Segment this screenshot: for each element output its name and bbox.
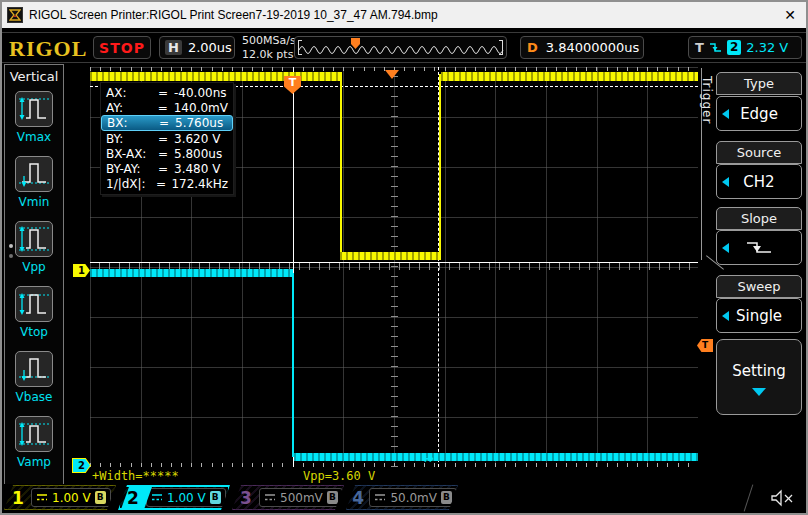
trigger-label: T — [695, 40, 704, 55]
ch1-trace-high-right — [441, 72, 698, 81]
bandwidth-limit-badge: B — [210, 491, 221, 504]
cursor-a-horizontal-line[interactable] — [90, 262, 698, 263]
ch3-scale: 500mV B — [259, 488, 343, 507]
type-value-button[interactable]: Edge — [716, 96, 802, 131]
cursor-row-bx-selected[interactable]: BX: = 5.760us — [101, 115, 233, 131]
bandwidth-limit-badge: B — [95, 491, 106, 504]
ch1-rising-edge — [439, 74, 441, 260]
ch4-scale: 50.0mV B — [369, 488, 457, 507]
horizontal-expand-icon: ↔ — [422, 450, 434, 466]
menu-item-vbase[interactable]: Vbase — [5, 351, 63, 404]
left-arrow-icon — [722, 243, 729, 253]
ch2-ground-marker[interactable]: 2 — [72, 458, 91, 473]
cursor-row-byay: BY-AY: = 3.480 V — [101, 161, 233, 176]
vbase-icon — [15, 351, 53, 387]
memory-depth: 12.0k pts — [242, 48, 296, 62]
channel-3-button[interactable]: 3 500mV B — [232, 485, 344, 510]
dc-coupling-icon — [264, 493, 276, 502]
down-arrow-icon — [752, 388, 766, 396]
menu-item-vmax[interactable]: Vmax — [5, 91, 63, 144]
vpp-measurement: Vpp=3.60 V — [303, 469, 375, 483]
delay-readout: D 3.84000000us — [520, 36, 644, 59]
channel-2-button[interactable]: 2 1.00 V B — [118, 485, 230, 510]
menu-item-vamp[interactable]: Vamp — [5, 416, 63, 469]
sound-muted-icon[interactable] — [770, 488, 798, 512]
trigger-source-badge: 2 — [727, 40, 741, 55]
channel-status-bar: 1 1.00 V B 2 1.00 V B — [2, 484, 806, 513]
source-value-button[interactable]: CH2 — [716, 164, 802, 199]
cursor-row-ax: AX: = -40.00ns — [101, 85, 233, 100]
delay-value: 3.84000000us — [546, 40, 640, 55]
window-bracket-right — [499, 40, 503, 55]
run-state-badge[interactable]: STOP — [93, 36, 151, 59]
setting-button[interactable]: Setting — [716, 339, 802, 415]
falling-edge-icon — [709, 41, 722, 55]
slope-label: Slope — [716, 207, 802, 230]
vamp-icon — [15, 416, 53, 452]
menu-item-label: Vmax — [5, 130, 63, 144]
sweep-value-button[interactable]: Single — [716, 298, 802, 333]
rigol-logo: RIGOL — [9, 36, 87, 62]
ch1-falling-edge — [340, 74, 342, 259]
bandwidth-limit-badge: B — [327, 491, 338, 504]
vertical-measure-menu: Vertical Vmax Vmin — [4, 64, 64, 485]
ch1-trace-low — [340, 252, 440, 260]
left-menu-title: Vertical — [5, 65, 63, 84]
width-measurement: +Width=***** — [92, 469, 179, 483]
channel-4-button[interactable]: 4 50.0mV B — [346, 485, 458, 510]
ch2-scale: 1.00 V B — [146, 488, 226, 507]
cursor-row-ay: AY: = 140.0mV — [101, 100, 233, 115]
channel-1-button[interactable]: 1 1.00 V B — [4, 485, 116, 510]
vpp-icon — [15, 221, 53, 257]
memory-waveform-icon — [295, 37, 506, 58]
bandwidth-limit-badge: B — [441, 491, 452, 504]
sweep-label: Sweep — [716, 275, 802, 298]
trigger-menu: Trigger Type Edge Source CH2 Slope Sweep… — [716, 68, 804, 488]
trigger-level-marker[interactable]: T — [697, 339, 713, 352]
dc-coupling-icon — [151, 493, 163, 502]
menu-item-vmin[interactable]: Vmin — [5, 156, 63, 209]
trigger-readout[interactable]: T 2 2.32 V — [688, 36, 802, 59]
window-bracket-left — [298, 40, 302, 55]
ch2-trace-high — [90, 269, 293, 277]
menu-item-label: Vpp — [5, 260, 63, 274]
left-arrow-icon — [722, 109, 729, 119]
ch2-trace-low — [294, 453, 698, 461]
title-bar: RIGOL Screen Printer:RIGOL Print Screen7… — [2, 2, 806, 28]
delay-label: D — [527, 40, 538, 55]
app-window: RIGOL Screen Printer:RIGOL Print Screen7… — [0, 0, 808, 515]
menu-item-vtop[interactable]: Vtop — [5, 286, 63, 339]
sample-rate: 500MSa/s — [242, 34, 296, 48]
menu-item-label: Vmin — [5, 195, 63, 209]
cursor-row-freq: 1/|dX|: = 172.4kHz — [101, 176, 233, 191]
ch2-falling-edge — [292, 273, 294, 457]
timebase-value: 2.00us — [188, 40, 232, 55]
trigger-level-value: 2.32 V — [746, 40, 788, 55]
cursor-row-bxax: BX-AX: = 5.800us — [101, 146, 233, 161]
menu-item-label: Vamp — [5, 455, 63, 469]
falling-edge-icon — [744, 239, 774, 257]
horizontal-timebase[interactable]: H 2.00us — [159, 36, 235, 59]
cursor-row-by: BY: = 3.620 V — [101, 131, 233, 146]
ch1-trace-high-left — [90, 72, 342, 81]
acquisition-info: 500MSa/s 12.0k pts — [242, 34, 296, 62]
h-label: H — [165, 40, 182, 55]
cursor-measurement-panel: AX: = -40.00ns AY: = 140.0mV BX: = 5.760… — [100, 82, 234, 195]
horizontal-position-bar[interactable] — [294, 36, 507, 59]
menu-item-vpp[interactable]: Vpp — [5, 221, 63, 274]
trigger-position-marker[interactable]: T — [284, 76, 301, 94]
trigger-tab-label: Trigger — [700, 76, 714, 124]
menu-item-label: Vtop — [5, 325, 63, 339]
vmax-icon — [15, 91, 53, 127]
window-title: RIGOL Screen Printer:RIGOL Print Screen7… — [29, 8, 438, 22]
left-arrow-icon — [722, 311, 729, 321]
slope-value-button[interactable] — [716, 230, 802, 265]
close-icon[interactable]: ✕ — [784, 7, 796, 23]
vtop-icon — [15, 286, 53, 322]
source-label: Source — [716, 141, 802, 164]
type-label: Type — [716, 72, 802, 95]
scroll-dot — [9, 254, 13, 258]
ch1-ground-marker[interactable]: 1 — [73, 264, 90, 277]
app-icon — [7, 7, 23, 23]
ch1-scale: 1.00 V B — [31, 488, 111, 507]
